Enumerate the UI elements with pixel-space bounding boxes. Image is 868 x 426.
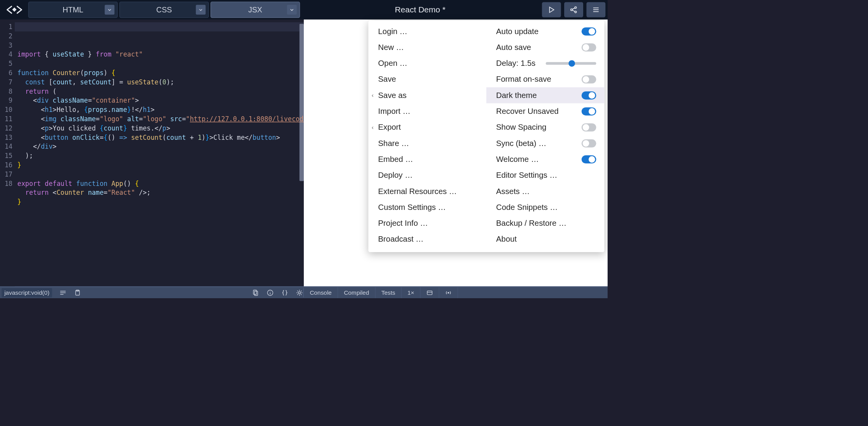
code-content[interactable]: import { useState } from "react" functio… xyxy=(17,50,304,216)
menu-item[interactable]: Deploy … xyxy=(369,167,487,183)
result-tab[interactable]: Compiled xyxy=(338,287,375,298)
info-icon[interactable] xyxy=(266,289,274,297)
tab-label: CSS xyxy=(156,5,172,14)
menu-item-label: New … xyxy=(378,43,404,52)
tab-label: JSX xyxy=(248,5,262,14)
menu-item[interactable]: Save xyxy=(369,71,487,87)
menu-item[interactable]: Code Snippets … xyxy=(486,199,604,215)
chevron-left-icon: ‹ xyxy=(372,92,374,99)
menu-item-label: Open … xyxy=(378,59,408,68)
menu-item[interactable]: Recover Unsaved xyxy=(486,103,604,119)
menu-item[interactable]: Sync (beta) … xyxy=(486,135,604,151)
menu-item-label: Save xyxy=(378,75,396,84)
tab-css[interactable]: CSS xyxy=(119,2,209,18)
tab-jsx-dropdown[interactable] xyxy=(287,5,297,15)
menu-item-label: Format on-save xyxy=(496,75,551,84)
menu-item-label: Login … xyxy=(378,27,408,36)
result-tab[interactable]: Tests xyxy=(375,287,401,298)
menu-item[interactable]: Delay: 1.5s xyxy=(486,55,604,71)
svg-rect-0 xyxy=(12,7,17,12)
menu-item[interactable]: About xyxy=(486,231,604,247)
result-tab[interactable]: 1× xyxy=(401,287,420,298)
code-editor[interactable]: 123456789101112131415161718 import { use… xyxy=(0,19,304,286)
menu-item[interactable]: Show Spacing xyxy=(486,119,604,135)
menu-item[interactable]: ‹Export xyxy=(369,119,487,135)
preview-pane: Login …New …Open …Save‹Save asImport …‹E… xyxy=(304,19,608,286)
gear-icon[interactable] xyxy=(296,289,303,297)
chevron-left-icon: ‹ xyxy=(372,124,374,131)
menu-item-label: Share … xyxy=(378,139,409,148)
menu-item-label: Import … xyxy=(378,107,410,116)
tab-jsx[interactable]: JSX xyxy=(210,2,300,18)
project-title: React Demo * xyxy=(301,5,539,14)
settings-menu: Login …New …Open …Save‹Save asImport …‹E… xyxy=(369,21,604,252)
menu-item[interactable]: Import … xyxy=(369,103,487,119)
menu-item-label: Auto update xyxy=(496,27,538,36)
menu-item[interactable]: Assets … xyxy=(486,183,604,199)
clipboard-icon[interactable] xyxy=(74,289,82,297)
menu-item[interactable]: Backup / Restore … xyxy=(486,215,604,231)
menu-item[interactable]: External Resources … xyxy=(369,183,487,199)
status-text: javascript:void(0) xyxy=(2,288,52,297)
toggle[interactable] xyxy=(582,123,596,131)
menu-item[interactable]: Custom Settings … xyxy=(369,199,487,215)
braces-icon[interactable] xyxy=(281,289,289,297)
menu-item-label: Show Spacing xyxy=(496,123,546,132)
line-gutter: 123456789101112131415161718 xyxy=(0,19,15,286)
menu-item-label: Save as xyxy=(378,91,406,100)
toggle[interactable] xyxy=(582,139,596,147)
menu-item-label: Sync (beta) … xyxy=(496,139,546,148)
menu-item[interactable]: New … xyxy=(369,40,487,55)
toggle[interactable] xyxy=(582,107,596,115)
menu-item[interactable]: Login … xyxy=(369,23,487,39)
menu-item[interactable]: ‹Save as xyxy=(369,87,487,103)
menu-item[interactable]: Format on-save xyxy=(486,71,604,87)
menu-item-label: Project Info … xyxy=(378,219,428,228)
menu-item[interactable]: Welcome … xyxy=(486,151,604,167)
tab-label: HTML xyxy=(63,5,83,14)
menu-item[interactable]: Open … xyxy=(369,55,487,71)
share-button[interactable] xyxy=(564,2,583,17)
menu-item[interactable]: Editor Settings … xyxy=(486,167,604,183)
fullscreen-icon[interactable] xyxy=(420,287,439,298)
run-button[interactable] xyxy=(542,2,561,17)
menu-item-label: Embed … xyxy=(378,155,413,164)
toggle[interactable] xyxy=(582,43,596,52)
svg-point-8 xyxy=(298,292,301,294)
svg-point-10 xyxy=(448,292,449,293)
menu-item[interactable]: Share … xyxy=(369,135,487,151)
toggle[interactable] xyxy=(582,27,596,35)
menu-item-label: Delay: 1.5s xyxy=(496,59,536,68)
app-logo[interactable] xyxy=(2,3,27,16)
menu-item-label: Backup / Restore … xyxy=(496,219,567,228)
svg-rect-6 xyxy=(255,291,258,295)
toggle[interactable] xyxy=(582,155,596,163)
menu-item[interactable]: Project Info … xyxy=(369,215,487,231)
editor-layout-icon[interactable] xyxy=(59,289,67,297)
tab-html[interactable]: HTML xyxy=(28,2,118,18)
menu-item[interactable]: Dark theme xyxy=(486,87,604,103)
toggle[interactable] xyxy=(582,91,596,100)
menu-item-label: Dark theme xyxy=(496,91,537,100)
menu-item[interactable]: Auto save xyxy=(486,40,604,55)
menu-item-label: Custom Settings … xyxy=(378,203,446,212)
tab-css-dropdown[interactable] xyxy=(196,5,205,15)
menu-item-label: Assets … xyxy=(496,187,530,196)
menu-item[interactable]: Auto update xyxy=(486,23,604,39)
menu-button[interactable] xyxy=(586,2,605,17)
result-tab[interactable]: Console xyxy=(304,287,338,298)
svg-rect-5 xyxy=(253,290,257,294)
menu-item-label: Export xyxy=(378,123,401,132)
delay-slider[interactable] xyxy=(546,62,596,65)
menu-item-label: Code Snippets … xyxy=(496,203,558,212)
tab-html-dropdown[interactable] xyxy=(105,5,114,15)
broadcast-icon[interactable] xyxy=(439,287,458,298)
toggle[interactable] xyxy=(582,75,596,83)
menu-item[interactable]: Embed … xyxy=(369,151,487,167)
copy-icon[interactable] xyxy=(252,289,260,297)
menu-item[interactable]: Broadcast … xyxy=(369,231,487,247)
menu-item-label: Broadcast … xyxy=(378,235,424,244)
menu-item-label: Auto save xyxy=(496,43,531,52)
menu-item-label: Editor Settings … xyxy=(496,171,557,180)
menu-item-label: Recover Unsaved xyxy=(496,107,558,116)
